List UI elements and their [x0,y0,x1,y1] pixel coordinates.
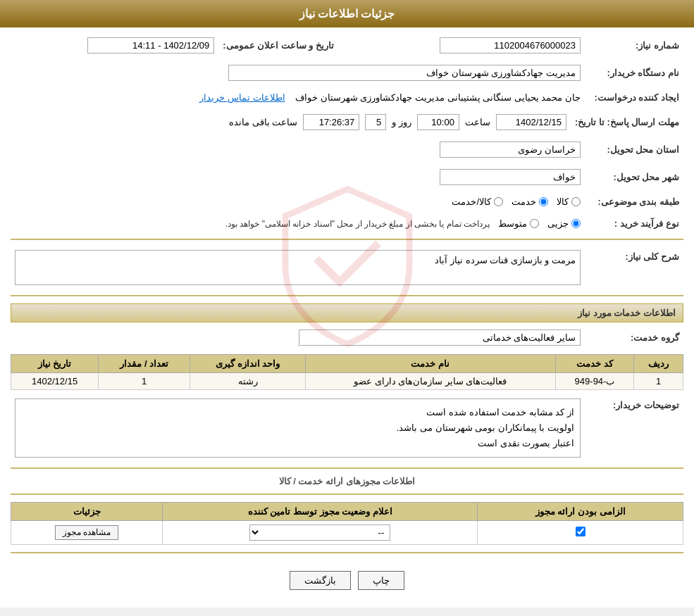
table-row: 1 ب-94-949 فعالیت‌های سایر سازمان‌های دا… [11,373,683,390]
separator-2 [11,295,683,296]
shahr-label: شهر محل تحویل: [585,166,683,188]
shahr-value-cell: خواف [11,166,585,188]
cell-kod: ب-94-949 [555,373,634,390]
cell-nam: فعالیت‌های سایر سازمان‌های دارای عضو [305,373,555,390]
khadamat-section-header: اطلاعات خدمات مورد نیاز [11,303,683,322]
mohlat-countdown-input: 17:26:37 [303,114,359,130]
separator-4 [11,494,683,495]
button-bar: چاپ بازگشت [11,560,683,601]
tawzih-notes: از کد مشابه خدمت استفاده شده است اولویت … [15,398,581,458]
col-nam: نام خدمت [305,355,555,373]
cell-tedad: 1 [99,373,190,390]
page-title: جزئیات اطلاعات نیاز [299,8,395,20]
noe-motovaset-radio[interactable] [530,219,539,228]
separator-1 [11,239,683,240]
perm-row: -- مشاهده مجوز [11,521,683,545]
mohlat-saat-label: ساعت [465,117,490,127]
shomara-value-cell: 1102004676000023 [355,34,585,56]
perm-status-cell: -- [163,521,478,545]
goroh-khedmat-value-cell: سایر فعالیت‌های خدماتی [11,327,585,348]
ostan-table: استان محل تحویل: خراسان رضوی [11,139,683,161]
tarikh-value-cell: 1402/12/09 - 14:11 [11,34,218,56]
mohlat-countdown-label: ساعت باقی مانده [229,117,297,127]
nam-dastgah-value-cell: مدیریت جهادکشاورزی شهرستان خواف [11,62,585,84]
sharh-input[interactable]: مرمت و بازسازی قنات سرده نیاز آباد [15,250,581,285]
ettelaat-tamas-link[interactable]: اطلاعات تماس خریدار [199,92,285,103]
tabaqe-khedmat-label[interactable]: خدمت [512,196,548,207]
noe-motovaset-text: متوسط [498,218,527,229]
noe-jozi-label[interactable]: جزیی [547,218,581,229]
mohlat-roz-label: روز و [392,117,411,127]
ostan-input: خراسان رضوی [440,142,581,158]
goroh-khedmat-label: گروه خدمت: [585,327,683,348]
services-table: ردیف کد خدمت نام خدمت واحد اندازه گیری ت… [11,354,683,390]
page-wrapper: جزئیات اطلاعات نیاز شماره نیاز: 11020046… [0,0,694,608]
back-button[interactable]: بازگشت [290,571,351,590]
tabaqe-kala-radio[interactable] [571,197,581,206]
perm-checkbox-cell [478,521,683,545]
ostan-value-cell: خراسان رضوی [11,139,585,161]
tabaqe-label: طبقه بندی موضوعی: [585,194,683,210]
mohlat-roz-input: 5 [365,114,386,130]
noe-jozi-radio[interactable] [571,219,581,228]
cell-radif: 1 [634,373,683,390]
mojowz-section-title: اطلاعات مجوزهای ارائه خدمت / کالا [11,476,683,486]
noe-farayand-value-cell: جزیی متوسط پرداخت تمام یا بخشی از مبلغ خ… [11,215,585,232]
sharh-label: شرح کلی نیاز: [585,247,683,288]
perm-checkbox[interactable] [576,527,585,536]
tabaqe-kala-label[interactable]: کالا [557,196,581,207]
shahr-table: شهر محل تحویل: خواف [11,166,683,188]
tabaqe-kala-khedmat-text: کالا/خدمت [452,196,491,207]
ostan-label: استان محل تحویل: [585,139,683,161]
noe-farayand-table: نوع فرآیند خرید : جزیی متوسط پرداخت تمام… [11,215,683,232]
col-tedad: تعداد / مقدار [99,355,190,373]
ijad-konande-value: جان محمد یحیایی سنگانی پشتیبانی مدیریت ج… [295,92,581,103]
sharh-table: شرح کلی نیاز: مرمت و بازسازی قنات سرده ن… [11,247,683,288]
tabaqe-khedmat-radio[interactable] [539,197,548,206]
col-vahed: واحد اندازه گیری [190,355,306,373]
ijad-konande-table: ایجاد کننده درخواست: جان محمد یحیایی سنگ… [11,89,683,106]
top-info-table: شماره نیاز: 1102004676000023 تاریخ و ساع… [11,34,683,56]
tarikh-label: تاریخ و ساعت اعلان عمومی: [218,34,355,56]
mohlat-table: مهلت ارسال پاسخ: تا تاریخ: 1402/12/15 سا… [11,111,683,133]
shahr-input: خواف [440,169,581,185]
tawzih-value-cell: از کد مشابه خدمت استفاده شده است اولویت … [11,396,585,460]
mohlat-date-input: 1402/12/15 [496,114,566,130]
ijad-konande-value-cell: جان محمد یحیایی سنگانی پشتیبانی مدیریت ج… [11,89,585,106]
cell-tarikh: 1402/12/15 [11,373,99,390]
noe-description: پرداخت تمام یا بخشی از مبلغ خریدار از مح… [225,219,490,229]
tawzih-table: توضیحات خریدار: از کد مشابه خدمت استفاده… [11,396,683,460]
mohlat-value-cell: 1402/12/15 ساعت 10:00 روز و 5 17:26:37 [11,111,571,133]
tabaqe-kala-khedmat-label[interactable]: کالا/خدمت [452,196,503,207]
noe-motovaset-label[interactable]: متوسط [498,218,539,229]
tabaqe-khedmat-text: خدمت [512,196,536,207]
col-radif: ردیف [634,355,683,373]
goroh-khedmat-table: گروه خدمت: سایر فعالیت‌های خدماتی [11,327,683,348]
nam-dastgah-table: نام دستگاه خریدار: مدیریت جهادکشاورزی شه… [11,62,683,84]
tawzih-label: توضیحات خریدار: [585,396,683,460]
goroh-khedmat-input: سایر فعالیت‌های خدماتی [299,329,581,346]
mohlat-label: مهلت ارسال پاسخ: تا تاریخ: [571,111,683,133]
perm-col-joziyat: جزئیات [11,503,163,521]
tabaqe-table: طبقه بندی موضوعی: کالا خدمت [11,194,683,210]
mohlat-saat-input: 10:00 [417,114,459,130]
separator-5 [11,552,683,553]
shomara-label: شماره نیاز: [585,34,683,56]
print-button[interactable]: چاپ [358,571,404,590]
cell-vahed: رشته [190,373,306,390]
main-content: شماره نیاز: 1102004676000023 تاریخ و ساع… [0,27,694,608]
perm-col-ettelam: اعلام وضعیت مجوز توسط تامین کننده [163,503,478,521]
noe-jozi-text: جزیی [547,218,569,229]
nam-dastgah-input: مدیریت جهادکشاورزی شهرستان خواف [228,65,581,81]
perm-view-cell: مشاهده مجوز [11,521,163,545]
view-mojowz-button[interactable]: مشاهده مجوز [55,525,118,540]
perm-status-select[interactable]: -- [249,524,390,541]
tabaqe-kala-khedmat-radio[interactable] [494,197,503,206]
ijad-konande-label: ایجاد کننده درخواست: [585,89,683,106]
tabaqe-value-cell: کالا خدمت کالا/خدمت [11,194,585,210]
nam-dastgah-label: نام دستگاه خریدار: [585,62,683,84]
sharh-value-cell: مرمت و بازسازی قنات سرده نیاز آباد [11,247,585,288]
page-header: جزئیات اطلاعات نیاز [0,0,694,27]
col-tarikh: تاریخ نیاز [11,355,99,373]
perm-table: الزامی بودن ارائه مجوز اعلام وضعیت مجوز … [11,502,683,545]
